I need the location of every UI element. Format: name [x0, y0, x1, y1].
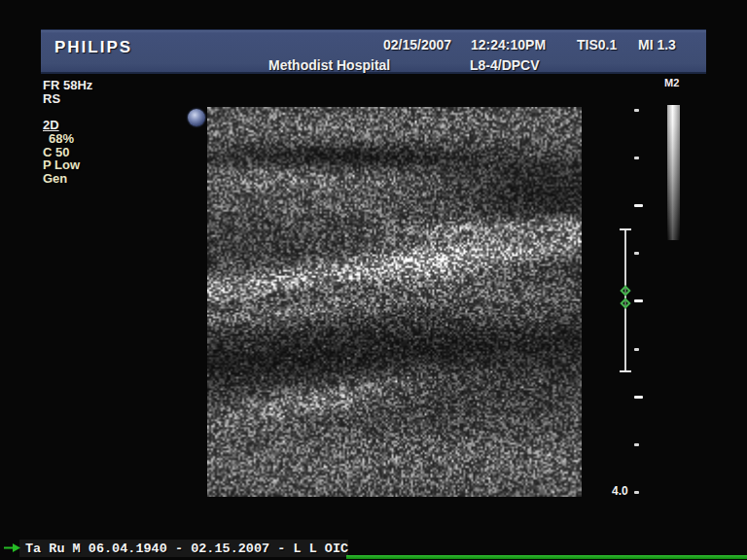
mode-2d-label: 2D [43, 118, 59, 132]
philips-logo: PHILIPS [54, 38, 132, 57]
focal-zone-line-bottom-cap [620, 370, 631, 372]
event-arrow-icon [4, 542, 20, 555]
depth-tick [634, 443, 639, 446]
persistence-value: P Low [43, 158, 80, 172]
depth-tick [634, 396, 643, 399]
depth-tick [634, 109, 639, 112]
status-accent-line [346, 555, 747, 559]
transducer-preset: L8-4/DPCV [470, 57, 540, 73]
depth-tick [634, 299, 643, 302]
depth-tick [634, 348, 639, 351]
header-bar: PHILIPS 02/15/2007 12:24:10PM TIS0.1 MI … [41, 29, 706, 74]
ultrasound-screen: PHILIPS 02/15/2007 12:24:10PM TIS0.1 MI … [0, 0, 747, 560]
grayscale-bar [667, 105, 680, 240]
rs-label: RS [43, 91, 60, 106]
patient-info: Ta Ru M 06.04.1940 - 02.15.2007 - L L OI… [25, 542, 726, 556]
tis-value: TIS0.1 [577, 37, 617, 52]
facility-name: Methodist Hospital [268, 57, 390, 73]
focal-zone-line-top-cap [620, 228, 631, 230]
frame-rate-label: FR 58Hz [43, 78, 92, 92]
exam-time: 12:24:10PM [471, 37, 546, 52]
gray-map-label: M2 [664, 77, 679, 88]
ultrasound-image [207, 107, 582, 497]
probe-orientation-icon [188, 109, 205, 126]
focus-marker-icon [620, 298, 630, 308]
depth-value: 4.0 [612, 484, 628, 498]
focus-marker-icon [620, 285, 630, 296]
ultrasound-canvas [207, 107, 582, 497]
mi-value: MI 1.3 [638, 37, 676, 52]
gain-value: 68% [49, 131, 74, 146]
depth-tick [634, 491, 639, 494]
depth-tick [634, 157, 639, 159]
preset-value: Gen [43, 171, 67, 186]
depth-tick [634, 252, 639, 255]
exam-date: 02/15/2007 [383, 37, 451, 52]
depth-tick [634, 204, 643, 207]
